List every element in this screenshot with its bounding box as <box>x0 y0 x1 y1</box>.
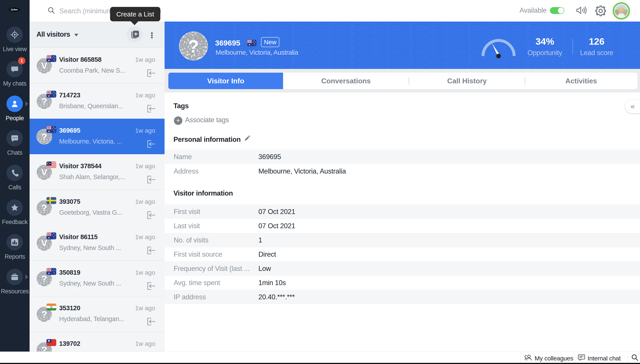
svg-text:?: ? <box>41 202 47 213</box>
svg-text:?: ? <box>41 309 47 320</box>
svg-text:V: V <box>41 61 47 71</box>
svg-text:V: V <box>41 167 47 177</box>
svg-text:?: ? <box>41 131 47 142</box>
svg-text:?: ? <box>41 96 47 107</box>
svg-text:?: ? <box>41 273 47 284</box>
svg-text:V: V <box>41 238 47 248</box>
svg-text:?: ? <box>188 36 199 56</box>
